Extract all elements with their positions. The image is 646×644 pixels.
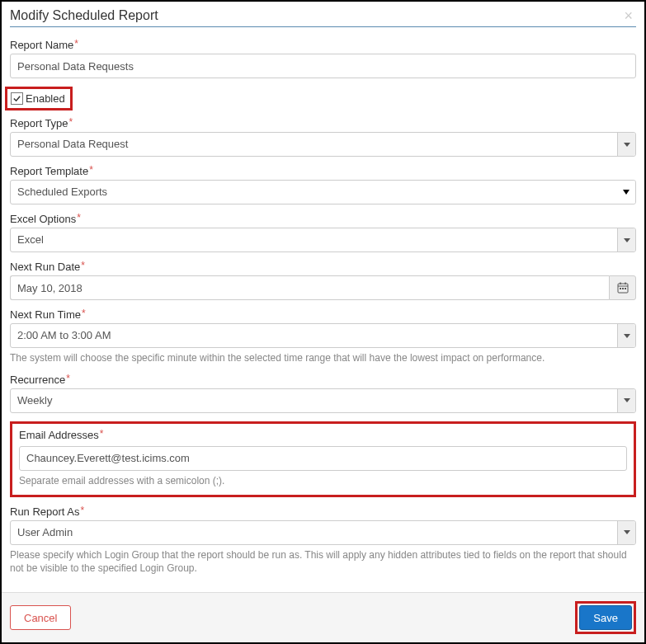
report-template-label: Report Template (10, 165, 88, 177)
email-addresses-help: Separate email addresses with a semicolo… (19, 474, 627, 488)
required-marker: * (66, 373, 70, 384)
recurrence-label: Recurrence (10, 374, 65, 386)
next-run-time-select[interactable]: 2:00 AM to 3:00 AM (10, 323, 636, 348)
chevron-down-icon[interactable] (617, 181, 635, 204)
email-addresses-label: Email Addresses (19, 429, 99, 441)
excel-options-value: Excel (10, 228, 636, 252)
required-marker: * (74, 38, 78, 49)
excel-options-label: Excel Options (10, 213, 76, 225)
required-marker: * (89, 164, 93, 176)
enabled-checkbox[interactable]: Enabled (9, 91, 68, 106)
cancel-button[interactable]: Cancel (10, 605, 71, 630)
required-marker: * (69, 116, 73, 128)
report-name-label: Report Name (10, 39, 73, 51)
chevron-down-icon[interactable] (617, 324, 635, 347)
required-marker: * (100, 428, 104, 440)
report-template-select[interactable]: Scheduled Exports (10, 180, 636, 204)
dialog-title: Modify Scheduled Report (10, 8, 158, 23)
report-name-input[interactable] (10, 54, 636, 78)
required-marker: * (81, 260, 85, 271)
required-marker: * (81, 505, 85, 516)
next-run-time-help: The system will choose the specific minu… (10, 351, 636, 365)
report-template-value: Scheduled Exports (10, 180, 636, 204)
calendar-icon[interactable] (609, 275, 636, 300)
checkbox-checked-icon (11, 92, 23, 105)
run-report-as-value: User Admin (10, 520, 636, 545)
chevron-down-icon[interactable] (617, 389, 635, 412)
run-report-as-label: Run Report As (10, 505, 80, 518)
next-run-time-label: Next Run Time (10, 308, 81, 321)
report-type-select[interactable]: Personal Data Request (10, 132, 636, 157)
svg-rect-4 (620, 288, 621, 289)
recurrence-select[interactable]: Weekly (10, 388, 636, 413)
save-button[interactable]: Save (579, 605, 632, 630)
required-marker: * (77, 212, 81, 223)
report-type-label: Report Type (10, 117, 68, 129)
excel-options-select[interactable]: Excel (10, 228, 636, 252)
enabled-label: Enabled (26, 92, 65, 105)
svg-rect-5 (622, 288, 624, 289)
chevron-down-icon[interactable] (617, 133, 635, 156)
next-run-date-input[interactable] (10, 275, 609, 300)
chevron-down-icon[interactable] (617, 228, 635, 251)
report-type-value: Personal Data Request (10, 132, 636, 157)
run-report-as-help: Please specify which Login Group that th… (10, 548, 636, 576)
chevron-down-icon[interactable] (617, 521, 635, 544)
recurrence-value: Weekly (10, 388, 636, 413)
next-run-time-value: 2:00 AM to 3:00 AM (10, 323, 636, 348)
run-report-as-select[interactable]: User Admin (10, 520, 636, 545)
email-addresses-input[interactable] (19, 446, 627, 471)
next-run-date-label: Next Run Date (10, 261, 80, 273)
close-icon[interactable]: × (620, 8, 636, 23)
svg-rect-6 (625, 288, 626, 289)
required-marker: * (82, 308, 86, 319)
